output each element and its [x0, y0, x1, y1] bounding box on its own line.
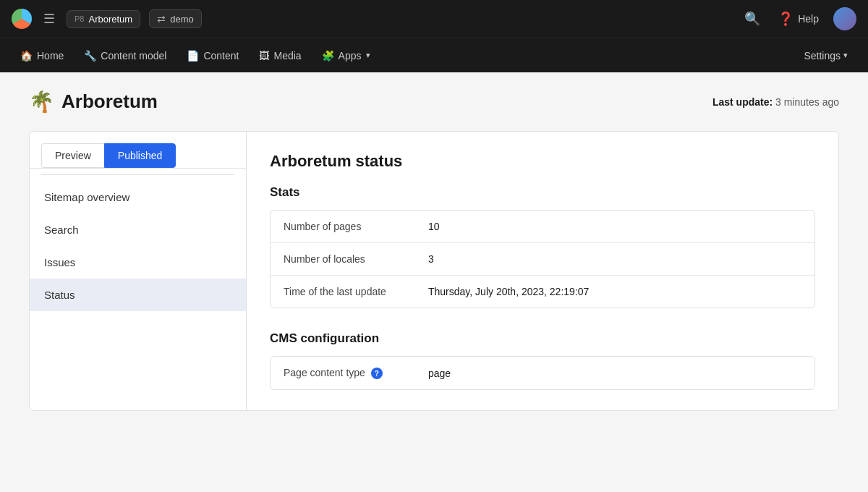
menu-icon[interactable]: ☰ — [41, 8, 58, 30]
cms-label-page-content-type: Page content type ? — [284, 367, 428, 379]
main-layout: Preview Published Sitemap overview Searc… — [29, 131, 839, 411]
sidebar-divider — [41, 174, 234, 175]
sidebar-item-sitemap[interactable]: Sitemap overview — [30, 181, 246, 213]
last-update: Last update: 3 minutes ago — [712, 96, 839, 108]
help-circle-icon[interactable]: ? — [371, 368, 383, 379]
project-id: P8 — [75, 14, 84, 23]
last-update-value: 3 minutes ago — [775, 96, 839, 108]
nav-content-label: Content — [203, 50, 239, 62]
stats-label-locales: Number of locales — [284, 253, 428, 265]
help-icon: ❓ — [778, 11, 793, 27]
apps-icon: 🧩 — [322, 50, 334, 62]
sidebar-nav: Sitemap overview Search Issues Status — [30, 181, 246, 311]
settings-label: Settings — [804, 50, 841, 62]
cms-config-title: CMS configuration — [270, 331, 815, 346]
page-title-text: Arboretum — [61, 90, 158, 113]
contentful-logo[interactable] — [12, 9, 32, 29]
topbar-right: 🔍 ❓ Help — [741, 7, 856, 30]
topbar: ☰ P8 Arboretum ⇄ demo 🔍 ❓ Help — [0, 0, 868, 38]
stats-row-locales: Number of locales 3 — [271, 243, 814, 276]
home-icon: 🏠 — [20, 50, 33, 62]
search-icon: 🔍 — [744, 11, 760, 27]
stats-row-pages: Number of pages 10 — [271, 211, 814, 243]
nav-home[interactable]: 🏠 Home — [12, 46, 72, 66]
media-icon: 🖼 — [259, 50, 269, 62]
sidebar-item-search[interactable]: Search — [30, 213, 246, 246]
nav-media[interactable]: 🖼 Media — [250, 46, 310, 66]
content-icon: 📄 — [187, 50, 199, 62]
nav-content-model-label: Content model — [101, 50, 166, 62]
nav-content[interactable]: 📄 Content — [178, 46, 247, 66]
branch-name: demo — [170, 14, 194, 25]
stats-title: Stats — [270, 185, 815, 200]
sidebar: Preview Published Sitemap overview Searc… — [30, 132, 247, 410]
branch-icon: ⇄ — [157, 13, 166, 25]
branch-selector[interactable]: ⇄ demo — [149, 9, 202, 28]
cms-value-page-content-type: page — [428, 368, 451, 379]
project-badge[interactable]: P8 Arboretum — [67, 10, 140, 28]
stats-value-pages: 10 — [428, 221, 440, 232]
project-name: Arboretum — [88, 14, 132, 25]
settings-menu[interactable]: Settings ▾ — [795, 46, 856, 66]
tab-bar: Preview Published — [30, 132, 246, 169]
nav-apps[interactable]: 🧩 Apps ▾ — [313, 46, 379, 66]
tab-published[interactable]: Published — [104, 143, 176, 168]
page-emoji: 🌴 — [29, 90, 54, 114]
content-model-icon: 🔧 — [84, 50, 96, 62]
navbar: 🏠 Home 🔧 Content model 📄 Content 🖼 Media… — [0, 38, 868, 72]
nav-content-model[interactable]: 🔧 Content model — [75, 46, 175, 66]
tab-preview[interactable]: Preview — [41, 143, 104, 168]
help-button[interactable]: ❓ Help — [775, 8, 822, 30]
search-button[interactable]: 🔍 — [741, 8, 763, 30]
stats-row-last-update: Time of the last update Thursday, July 2… — [271, 276, 814, 308]
last-update-label: Last update: — [712, 96, 773, 108]
page-content: 🌴 Arboretum Last update: 3 minutes ago P… — [14, 72, 854, 428]
stats-value-last-update: Thursday, July 20th, 2023, 22:19:07 — [428, 286, 589, 297]
content-area: Arboretum status Stats Number of pages 1… — [247, 132, 838, 410]
content-section-title: Arboretum status — [270, 152, 815, 171]
stats-value-locales: 3 — [428, 253, 434, 265]
page-title: 🌴 Arboretum — [29, 90, 158, 114]
help-label: Help — [798, 13, 819, 25]
stats-table: Number of pages 10 Number of locales 3 T… — [270, 210, 815, 308]
sidebar-item-status[interactable]: Status — [30, 279, 246, 311]
nav-home-label: Home — [37, 50, 64, 62]
settings-chevron-icon: ▾ — [843, 51, 848, 60]
sidebar-item-issues[interactable]: Issues — [30, 246, 246, 279]
nav-apps-label: Apps — [339, 50, 362, 62]
cms-config-table: Page content type ? page — [270, 356, 815, 390]
cms-row-page-content-type: Page content type ? page — [271, 357, 814, 389]
stats-label-pages: Number of pages — [284, 221, 428, 232]
apps-chevron-icon: ▾ — [366, 51, 370, 60]
page-header: 🌴 Arboretum Last update: 3 minutes ago — [29, 90, 839, 114]
nav-media-label: Media — [273, 50, 301, 62]
avatar[interactable] — [833, 7, 856, 30]
stats-label-last-update: Time of the last update — [284, 286, 428, 297]
